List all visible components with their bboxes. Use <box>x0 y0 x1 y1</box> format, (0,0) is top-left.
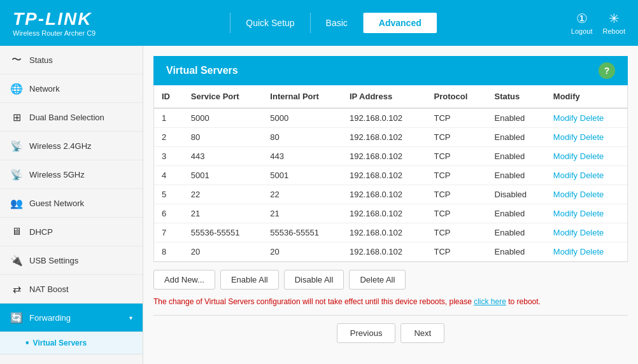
sidebar-item-guest[interactable]: 👥 Guest Network <box>0 189 143 218</box>
sidebar-item-dual-band[interactable]: ⊞ Dual Band Selection <box>0 103 143 132</box>
delete-link[interactable]: Delete <box>580 113 604 123</box>
col-protocol: Protocol <box>427 85 487 108</box>
sidebar-label-status: Status <box>29 55 53 65</box>
header: TP-LINK Wireless Router Archer C9 Quick … <box>0 0 638 46</box>
sidebar-label-guest: Guest Network <box>29 199 84 208</box>
cell-id: 3 <box>154 147 183 166</box>
cell-protocol: TCP <box>427 242 487 262</box>
disable-all-button[interactable]: Disable All <box>284 270 344 290</box>
warning-text: The change of Virtual Servers configurat… <box>153 297 474 306</box>
cell-status: Enabled <box>487 128 546 147</box>
sidebar-item-wireless-5[interactable]: 📡 Wireless 5GHz <box>0 160 143 189</box>
cell-internal-port: 21 <box>262 204 342 223</box>
delete-link[interactable]: Delete <box>580 209 604 218</box>
previous-button[interactable]: Previous <box>337 323 396 343</box>
cell-modify: Modify Delete <box>546 166 627 185</box>
delete-link[interactable]: Delete <box>580 171 604 180</box>
logo-subtitle: Wireless Router Archer C9 <box>13 29 96 37</box>
cell-status: Enabled <box>487 108 546 128</box>
cell-id: 2 <box>154 128 183 147</box>
table-row: 5 22 22 192.168.0.102 TCP Disabled Modif… <box>154 185 627 204</box>
table-row: 8 20 20 192.168.0.102 TCP Enabled Modify… <box>154 242 627 262</box>
cell-modify: Modify Delete <box>546 108 627 128</box>
next-button[interactable]: Next <box>401 323 444 343</box>
delete-link[interactable]: Delete <box>580 132 604 142</box>
sidebar-item-status[interactable]: 〜 Status <box>0 46 143 74</box>
click-here-link[interactable]: click here <box>474 297 506 306</box>
cell-internal-port: 20 <box>262 242 342 262</box>
reboot-label: Reboot <box>603 27 625 35</box>
dhcp-icon: 🖥 <box>10 225 23 238</box>
sidebar-item-network[interactable]: 🌐 Network <box>0 74 143 103</box>
sidebar-item-usb[interactable]: 🔌 USB Settings <box>0 246 143 275</box>
table-header-row: ID Service Port Internal Port IP Address… <box>154 85 627 108</box>
nav-area: Quick Setup Basic Advanced <box>96 13 571 33</box>
add-new-button[interactable]: Add New... <box>153 270 215 290</box>
cell-protocol: TCP <box>427 147 487 166</box>
usb-icon: 🔌 <box>10 254 23 267</box>
sidebar-item-forwarding[interactable]: 🔄 Forwarding ▾ <box>0 304 143 332</box>
delete-link[interactable]: Delete <box>580 151 604 161</box>
cell-ip: 192.168.0.102 <box>342 166 427 185</box>
cell-status: Enabled <box>487 204 546 223</box>
cell-modify: Modify Delete <box>546 204 627 223</box>
sidebar-label-dhcp: DHCP <box>29 227 53 237</box>
cell-protocol: TCP <box>427 108 487 128</box>
cell-ip: 192.168.0.102 <box>342 185 427 204</box>
delete-all-button[interactable]: Delete All <box>349 270 406 290</box>
cell-internal-port: 5001 <box>262 166 342 185</box>
expand-icon: ▾ <box>129 314 132 321</box>
table-row: 2 80 80 192.168.0.102 TCP Enabled Modify… <box>154 128 627 147</box>
cell-id: 8 <box>154 242 183 262</box>
cell-modify: Modify Delete <box>546 147 627 166</box>
sidebar-item-dhcp[interactable]: 🖥 DHCP <box>0 218 143 246</box>
warning-message: The change of Virtual Servers configurat… <box>153 296 628 307</box>
network-icon: 🌐 <box>10 82 23 95</box>
help-button[interactable]: ? <box>599 62 615 79</box>
cell-ip: 192.168.0.102 <box>342 128 427 147</box>
sidebar-label-dual-band: Dual Band Selection <box>29 113 104 122</box>
cell-internal-port: 80 <box>262 128 342 147</box>
nav-advanced[interactable]: Advanced <box>364 13 437 33</box>
nav-quick-setup[interactable]: Quick Setup <box>230 13 310 33</box>
modify-link[interactable]: Modify <box>553 228 578 237</box>
cell-ip: 192.168.0.102 <box>342 223 427 242</box>
modify-link[interactable]: Modify <box>553 132 578 142</box>
cell-service-port: 5001 <box>183 166 263 185</box>
delete-link[interactable]: Delete <box>580 190 604 199</box>
table-body: 1 5000 5000 192.168.0.102 TCP Enabled Mo… <box>154 108 627 262</box>
modify-link[interactable]: Modify <box>553 171 578 180</box>
modify-link[interactable]: Modify <box>553 151 578 161</box>
sidebar-sub-virtual-servers[interactable]: Virtual Servers <box>0 332 143 354</box>
wireless-24-icon: 📡 <box>10 139 23 152</box>
sidebar: 〜 Status 🌐 Network ⊞ Dual Band Selection… <box>0 46 143 364</box>
delete-link[interactable]: Delete <box>580 228 604 237</box>
delete-link[interactable]: Delete <box>580 247 604 256</box>
modify-link[interactable]: Modify <box>553 247 578 256</box>
sidebar-item-nat[interactable]: ⇄ NAT Boost <box>0 275 143 304</box>
cell-protocol: TCP <box>427 128 487 147</box>
cell-service-port: 55536-55551 <box>183 223 263 242</box>
cell-status: Enabled <box>487 223 546 242</box>
table-row: 7 55536-55551 55536-55551 192.168.0.102 … <box>154 223 627 242</box>
logout-button[interactable]: ① Logout <box>571 11 593 35</box>
cell-modify: Modify Delete <box>546 185 627 204</box>
cell-status: Disabled <box>487 185 546 204</box>
modify-link[interactable]: Modify <box>553 113 578 123</box>
reboot-button[interactable]: ✳ Reboot <box>603 11 625 35</box>
cell-protocol: TCP <box>427 223 487 242</box>
cell-service-port: 22 <box>183 185 263 204</box>
sidebar-item-wireless-24[interactable]: 📡 Wireless 2.4GHz <box>0 132 143 160</box>
cell-id: 6 <box>154 204 183 223</box>
table-row: 1 5000 5000 192.168.0.102 TCP Enabled Mo… <box>154 108 627 128</box>
nav-basic[interactable]: Basic <box>311 13 364 33</box>
enable-all-button[interactable]: Enable All <box>220 270 279 290</box>
cell-ip: 192.168.0.102 <box>342 108 427 128</box>
modify-link[interactable]: Modify <box>553 209 578 218</box>
modify-link[interactable]: Modify <box>553 190 578 199</box>
sidebar-label-network: Network <box>29 84 60 94</box>
cell-id: 5 <box>154 185 183 204</box>
main-content: Virtual Servers ? ID Service Port Intern… <box>143 46 638 364</box>
cell-ip: 192.168.0.102 <box>342 204 427 223</box>
sidebar-label-usb: USB Settings <box>29 256 78 265</box>
